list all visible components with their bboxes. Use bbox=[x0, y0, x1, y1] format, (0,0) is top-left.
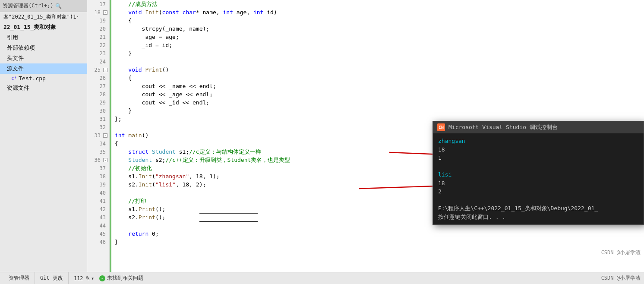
code-line-45: return 0; bbox=[115, 230, 644, 238]
search-label: 资源管理器(Ctrl+;) bbox=[3, 2, 54, 9]
line-num-31: 31 bbox=[87, 115, 109, 123]
sidebar-project-name[interactable]: 案"2022_01_15_类和对象"(1· bbox=[0, 12, 87, 22]
cpp-file-icon: c* bbox=[11, 76, 17, 81]
line-num-28: 28 bbox=[87, 90, 109, 98]
collapse-btn-36[interactable]: - bbox=[103, 158, 107, 162]
watermark: CSDN @小屠学渣 bbox=[601, 249, 641, 256]
line-num-42: 42 bbox=[87, 205, 109, 213]
watermark-statusbar: CSDN @小屠学渣 bbox=[601, 275, 641, 282]
line-num-45: 45 bbox=[87, 230, 109, 238]
line-num-35: 35 bbox=[87, 148, 109, 156]
sidebar-project-name2[interactable]: 22_01_15_类和对象 bbox=[0, 22, 87, 32]
console-titlebar: CN Microsoft Visual Studio 调试控制台 bbox=[433, 121, 644, 133]
sidebar-item-references[interactable]: 引用 bbox=[0, 32, 87, 43]
status-tab-git[interactable]: Git 更改 bbox=[35, 272, 69, 284]
status-info: 未找到相关问题 bbox=[99, 275, 143, 282]
line-num-29: 29 bbox=[87, 98, 109, 107]
code-line-27: cout << _name << endl; bbox=[115, 82, 644, 90]
sidebar-item-sources[interactable]: 源文件 bbox=[0, 63, 87, 74]
line-num-44: 44 bbox=[87, 221, 109, 230]
sidebar-item-external-deps[interactable]: 外部依赖项 bbox=[0, 43, 87, 53]
code-line-30: } bbox=[115, 107, 644, 115]
code-line-25: void Print() bbox=[115, 66, 644, 74]
sidebar-item-headers[interactable]: 头文件 bbox=[0, 53, 87, 63]
editor-area: 17 18- 19 20 21 22 23 24 25- 26 27 28 29… bbox=[87, 0, 644, 272]
status-ok-icon bbox=[99, 275, 105, 281]
console-output-zhangsan: zhangsan bbox=[438, 137, 638, 145]
sidebar: 资源管理器(Ctrl+;) 🔍 案"2022_01_15_类和对象"(1· 22… bbox=[0, 0, 87, 272]
sidebar-item-test-cpp[interactable]: c* Test.cpp bbox=[0, 74, 87, 83]
code-line-20: strcpy(_name, name); bbox=[115, 25, 644, 33]
console-output-path: E:\程序人生\C++\2022_01_15_类和对象\Debug\2022_0… bbox=[438, 204, 638, 213]
collapse-btn-33[interactable]: - bbox=[103, 133, 107, 138]
line-num-32: 32 bbox=[87, 123, 109, 131]
console-title: Microsoft Visual Studio 调试控制台 bbox=[448, 123, 558, 131]
code-line-23: } bbox=[115, 49, 644, 57]
status-tab-explorer[interactable]: 资管理器 bbox=[3, 272, 35, 284]
line-num-18: 18- bbox=[87, 8, 109, 16]
code-line-46: } bbox=[115, 238, 644, 246]
line-num-26: 26 bbox=[87, 74, 109, 82]
status-tabs: 资管理器 Git 更改 bbox=[3, 272, 69, 284]
line-num-34: 34 bbox=[87, 139, 109, 148]
sidebar-item-resources[interactable]: 资源文件 bbox=[0, 83, 87, 93]
code-line-17: //成员方法 bbox=[115, 0, 644, 8]
console-output-18a: 18 bbox=[438, 145, 638, 154]
line-numbers: 17 18- 19 20 21 22 23 24 25- 26 27 28 29… bbox=[87, 0, 110, 272]
collapse-btn-25[interactable]: - bbox=[103, 68, 107, 72]
code-line-22: _id = id; bbox=[115, 41, 644, 49]
code-line-18: void Init(const char* name, int age, int… bbox=[115, 8, 644, 16]
console-output-18b: 18 bbox=[438, 179, 638, 188]
code-line-28: cout << _age << endl; bbox=[115, 90, 644, 98]
console-output-blank2 bbox=[438, 196, 638, 205]
line-num-38: 38 bbox=[87, 172, 109, 180]
code-line-29: cout << _id << endl; bbox=[115, 98, 644, 107]
console-output-2: 2 bbox=[438, 187, 638, 196]
line-num-22: 22 bbox=[87, 41, 109, 49]
line-num-27: 27 bbox=[87, 82, 109, 90]
line-num-46: 46 bbox=[87, 238, 109, 246]
console-content: zhangsan 18 1 lisi 18 2 E:\程序人生\C++\2022… bbox=[433, 133, 644, 224]
line-num-24: 24 bbox=[87, 57, 109, 66]
line-num-17: 17 bbox=[87, 0, 109, 8]
line-num-33: 33- bbox=[87, 131, 109, 139]
status-bar: 资管理器 Git 更改 112 % ▾ 未找到相关问题 CSDN @小屠学渣 bbox=[0, 272, 644, 284]
console-output-close: 按任意键关闭此窗口. . . bbox=[438, 213, 638, 221]
console-output-lisi: lisi bbox=[438, 170, 638, 179]
code-line-21: _age = age; bbox=[115, 33, 644, 41]
line-num-25: 25- bbox=[87, 66, 109, 74]
console-vs-icon: CN bbox=[437, 123, 445, 131]
line-num-23: 23 bbox=[87, 49, 109, 57]
code-line-24 bbox=[115, 57, 644, 66]
console-window: CN Microsoft Visual Studio 调试控制台 zhangsa… bbox=[432, 121, 644, 225]
status-text: 未找到相关问题 bbox=[107, 275, 143, 282]
line-num-30: 30 bbox=[87, 107, 109, 115]
line-num-41: 41 bbox=[87, 197, 109, 205]
line-num-36: 36- bbox=[87, 156, 109, 164]
line-num-19: 19 bbox=[87, 16, 109, 25]
zoom-dropdown-icon[interactable]: ▾ bbox=[91, 275, 94, 281]
code-line-19: { bbox=[115, 16, 644, 25]
line-num-20: 20 bbox=[87, 25, 109, 33]
line-num-40: 40 bbox=[87, 189, 109, 197]
search-icon[interactable]: 🔍 bbox=[55, 3, 62, 9]
console-output-blank1 bbox=[438, 162, 638, 171]
line-num-21: 21 bbox=[87, 33, 109, 41]
code-line-26: { bbox=[115, 74, 644, 82]
line-num-37: 37 bbox=[87, 164, 109, 172]
zoom-value: 112 % bbox=[74, 275, 89, 281]
collapse-btn-18[interactable]: - bbox=[103, 10, 107, 15]
line-num-39: 39 bbox=[87, 180, 109, 189]
console-output-1: 1 bbox=[438, 154, 638, 162]
main-container: 资源管理器(Ctrl+;) 🔍 案"2022_01_15_类和对象"(1· 22… bbox=[0, 0, 644, 272]
sidebar-search-bar[interactable]: 资源管理器(Ctrl+;) 🔍 bbox=[0, 0, 87, 12]
zoom-area: 112 % ▾ bbox=[74, 275, 94, 281]
line-num-43: 43 bbox=[87, 213, 109, 221]
